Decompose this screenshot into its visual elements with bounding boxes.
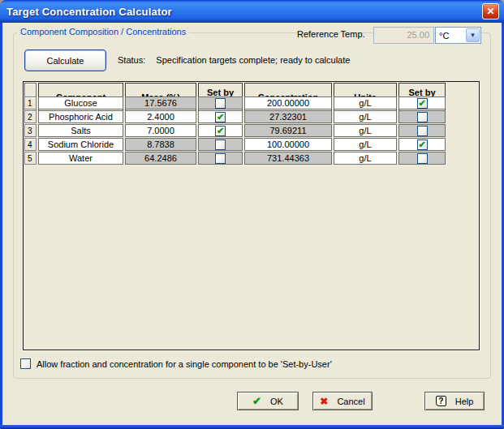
status-message: Specification targets complete; ready to… <box>156 55 350 65</box>
help-button-label: Help <box>455 397 474 406</box>
component-cell[interactable]: Water <box>38 152 123 165</box>
component-cell[interactable]: Glucose <box>38 97 123 109</box>
allow-single-component-checkbox[interactable] <box>20 358 31 369</box>
mass-set-by-user-cell: ✔ <box>198 124 243 137</box>
conc-set-by-user-checkbox[interactable]: ✔ <box>417 98 428 109</box>
mass-set-by-user-checkbox[interactable] <box>215 153 226 164</box>
concentration-cell[interactable]: 200.00000 <box>244 97 332 109</box>
row-number-cell[interactable]: 4 <box>24 138 37 151</box>
close-icon: ✕ <box>486 6 494 17</box>
units-cell[interactable]: g/L <box>334 110 397 123</box>
units-cell[interactable]: g/L <box>334 124 397 137</box>
calculate-button[interactable]: Calculate <box>24 49 106 71</box>
mass-set-by-user-cell <box>198 97 243 109</box>
mass-cell[interactable]: 8.7838 <box>125 138 196 151</box>
conc-set-by-user-checkbox[interactable] <box>417 126 428 136</box>
conc-set-by-user-cell <box>398 152 446 165</box>
reference-temp-label: Reference Temp. <box>297 29 365 39</box>
conc-set-by-user-cell <box>398 110 446 123</box>
component-cell[interactable]: Salts <box>38 124 123 137</box>
combo-dropdown-button[interactable]: ▼ <box>466 28 480 42</box>
ok-button[interactable]: ✔ OK <box>237 392 299 410</box>
calculate-button-label: Calculate <box>47 56 84 66</box>
concentration-cell[interactable]: 731.44363 <box>244 152 332 165</box>
concentration-cell[interactable]: 79.69211 <box>244 124 332 137</box>
mass-set-by-user-checkbox[interactable] <box>215 98 226 109</box>
conc-set-by-user-checkbox[interactable]: ✔ <box>417 139 428 150</box>
components-grid: Component Mass (%) Set by User Concentra… <box>23 81 480 350</box>
help-button[interactable]: ? Help <box>424 392 485 410</box>
mass-cell[interactable]: 7.0000 <box>125 124 196 137</box>
mass-set-by-user-cell <box>198 138 243 151</box>
chevron-down-icon: ▼ <box>470 32 476 39</box>
component-cell[interactable]: Sodium Chloride <box>38 138 123 151</box>
reference-temp-input[interactable]: 25.00 <box>373 27 434 44</box>
mass-set-by-user-cell: ✔ <box>198 110 243 123</box>
temp-unit-value: °C <box>436 31 465 41</box>
conc-set-by-user-cell: ✔ <box>398 97 446 109</box>
conc-set-by-user-cell <box>398 124 446 137</box>
allow-single-component-label: Allow fraction and concentration for a s… <box>37 359 332 369</box>
mass-set-by-user-checkbox[interactable]: ✔ <box>215 112 226 122</box>
grid-table: Component Mass (%) Set by User Concentra… <box>24 83 446 165</box>
component-cell[interactable]: Phosphoric Acid <box>38 110 123 123</box>
concentration-cell[interactable]: 27.32301 <box>244 110 332 123</box>
cancel-button[interactable]: ✖ Cancel <box>312 392 373 410</box>
status-line: Status: Specification targets complete; … <box>118 55 350 65</box>
units-cell[interactable]: g/L <box>334 138 397 151</box>
conc-set-by-user-checkbox[interactable] <box>417 112 428 122</box>
window-title: Target Concentration Calculator <box>0 6 172 18</box>
close-button[interactable]: ✕ <box>482 3 499 19</box>
cancel-button-label: Cancel <box>337 397 364 406</box>
cancel-cross-icon: ✖ <box>320 396 328 407</box>
mass-set-by-user-checkbox[interactable] <box>215 139 226 150</box>
row-number-cell[interactable]: 2 <box>24 110 37 123</box>
ok-check-icon: ✔ <box>252 395 261 407</box>
concentration-cell[interactable]: 100.00000 <box>244 138 332 151</box>
status-label: Status: <box>118 55 145 65</box>
conc-set-by-user-checkbox[interactable] <box>417 153 428 164</box>
help-icon: ? <box>436 396 446 406</box>
row-number-cell[interactable]: 1 <box>24 97 37 109</box>
mass-cell[interactable]: 2.4000 <box>125 110 196 123</box>
row-number-cell[interactable]: 3 <box>24 124 37 137</box>
units-cell[interactable]: g/L <box>334 152 397 165</box>
allow-single-component-row: Allow fraction and concentration for a s… <box>20 358 332 369</box>
mass-cell[interactable]: 17.5676 <box>125 97 196 109</box>
mass-set-by-user-cell <box>198 152 243 165</box>
titlebar[interactable]: Target Concentration Calculator ✕ <box>0 0 504 23</box>
units-cell[interactable]: g/L <box>334 97 397 109</box>
ok-button-label: OK <box>270 397 283 406</box>
mass-set-by-user-checkbox[interactable]: ✔ <box>215 126 226 136</box>
reference-temp-unit-combo[interactable]: °C ▼ <box>435 27 481 44</box>
row-number-cell[interactable]: 5 <box>24 152 37 165</box>
conc-set-by-user-cell: ✔ <box>398 138 446 151</box>
dialog-window: Target Concentration Calculator ✕ Compon… <box>0 0 504 429</box>
mass-cell[interactable]: 64.2486 <box>125 152 196 165</box>
window-bottom-border <box>0 425 504 429</box>
dialog-body: Component Composition / Concentrations R… <box>2 23 502 425</box>
groupbox-title: Component Composition / Concentrations <box>17 27 189 36</box>
